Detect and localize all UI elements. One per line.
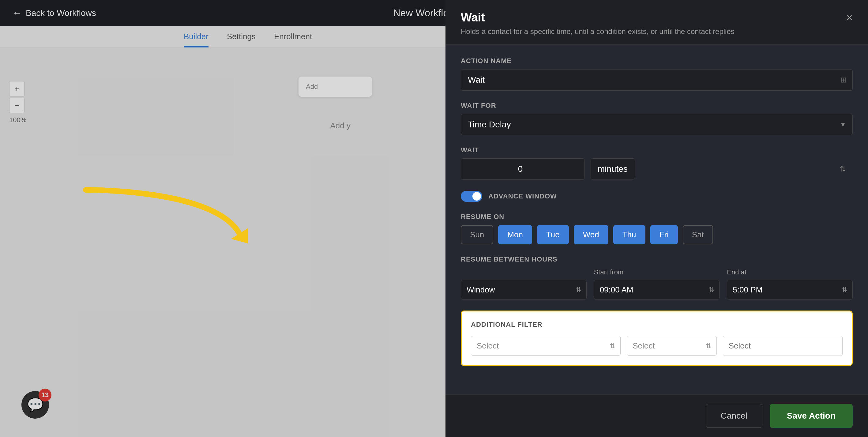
day-button-tue[interactable]: Tue (537, 225, 569, 244)
action-name-field-group: ACTION NAME ⊞ (461, 57, 853, 91)
resume-between-label: RESUME BETWEEN HOURS (461, 255, 853, 263)
start-from-select[interactable]: 09:00 AM (594, 280, 720, 300)
cancel-button[interactable]: Cancel (706, 404, 763, 428)
wait-for-select-wrapper: Time Delay (461, 114, 853, 135)
wait-unit-select[interactable]: minutes (591, 158, 635, 180)
toggle-slider (461, 191, 482, 202)
day-button-mon[interactable]: Mon (498, 225, 532, 244)
start-from-col: Start from 09:00 AM (594, 268, 720, 300)
action-name-label: ACTION NAME (461, 57, 853, 65)
day-button-sat[interactable]: Sat (683, 225, 713, 244)
window-select-wrapper: Window (461, 280, 587, 300)
close-panel-button[interactable]: × (846, 12, 853, 23)
wait-for-label: WAIT FOR (461, 102, 853, 110)
wait-number-input[interactable] (461, 158, 585, 180)
advance-window-label: ADVANCE WINDOW (488, 192, 557, 200)
window-select[interactable]: Window (461, 280, 587, 300)
filter-row: Select Select (471, 336, 843, 356)
day-button-thu[interactable]: Thu (613, 225, 645, 244)
end-at-select[interactable]: 5:00 PM (727, 280, 853, 300)
end-at-label: End at (727, 268, 853, 276)
day-button-fri[interactable]: Fri (650, 225, 678, 244)
days-row: Sun Mon Tue Wed Thu Fri Sat (461, 225, 853, 244)
wait-for-select[interactable]: Time Delay (461, 114, 853, 135)
advance-window-toggle[interactable] (461, 191, 482, 202)
wait-action-panel: Wait × Holds a contact for a specific ti… (445, 0, 868, 437)
panel-body: ACTION NAME ⊞ WAIT FOR Time Delay WAIT (445, 45, 868, 395)
resume-on-field-group: RESUME ON Sun Mon Tue Wed Thu Fri Sat (461, 213, 853, 244)
wait-for-field-group: WAIT FOR Time Delay (461, 102, 853, 135)
filter-select-1-wrapper: Select (471, 336, 621, 356)
filter-select-3-wrapper (723, 336, 843, 356)
action-name-input-wrapper: ⊞ (461, 69, 853, 91)
wait-input-row: minutes (461, 158, 853, 180)
resume-on-label: RESUME ON (461, 213, 853, 221)
hours-row: Window Start from 09:00 AM End at (461, 268, 853, 300)
save-action-button[interactable]: Save Action (770, 404, 853, 428)
resume-between-hours-group: RESUME BETWEEN HOURS Window Start from 0… (461, 255, 853, 300)
additional-filter-label: ADDITIONAL FILTER (471, 321, 843, 329)
action-name-input[interactable] (461, 69, 853, 91)
panel-footer: Cancel Save Action (445, 395, 868, 437)
wait-unit-wrapper: minutes (591, 158, 853, 180)
filter-select-2[interactable]: Select (627, 336, 717, 355)
action-name-icon: ⊞ (840, 75, 846, 84)
end-at-select-wrapper: 5:00 PM (727, 280, 853, 300)
panel-subtitle: Holds a contact for a specific time, unt… (461, 27, 853, 36)
day-button-sun[interactable]: Sun (461, 225, 493, 244)
filter-select-2-wrapper: Select (627, 336, 717, 356)
end-at-col: End at 5:00 PM (727, 268, 853, 300)
panel-header: Wait × Holds a contact for a specific ti… (445, 0, 868, 45)
filter-select-1[interactable]: Select (471, 336, 621, 355)
wait-field-group: WAIT minutes (461, 146, 853, 180)
filter-input-3[interactable] (723, 336, 843, 356)
wait-label: WAIT (461, 146, 853, 154)
panel-title: Wait (461, 11, 485, 24)
day-button-wed[interactable]: Wed (574, 225, 608, 244)
start-from-select-wrapper: 09:00 AM (594, 280, 720, 300)
additional-filter-section: ADDITIONAL FILTER Select Select (461, 311, 853, 366)
window-col: Window (461, 280, 587, 300)
start-from-label: Start from (594, 268, 720, 276)
advance-window-toggle-row: ADVANCE WINDOW (461, 191, 853, 202)
